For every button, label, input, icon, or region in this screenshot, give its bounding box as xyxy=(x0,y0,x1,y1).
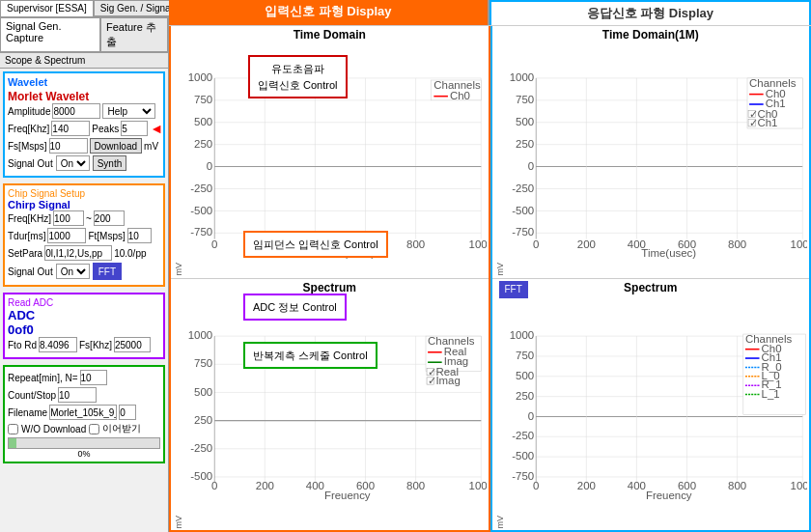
subtab-feature[interactable]: Feature 추출 xyxy=(100,17,168,52)
chirp-fft-button[interactable]: FFT xyxy=(93,263,122,280)
input-spectrum-inner: 1000 750 500 250 -250 -500 0 200 400 600 xyxy=(184,294,487,529)
chirp-setpara-label: SetPara xyxy=(8,248,42,259)
svg-text:-250: -250 xyxy=(512,430,534,441)
chirp-setpara-row: SetPara 10.0/pp xyxy=(8,245,160,261)
arrow-indicator: ◄ xyxy=(150,121,163,136)
filename-input[interactable] xyxy=(49,405,117,420)
response-spectrum-svg: 1000 750 500 250 0 -250 -500 -750 0 200 xyxy=(506,294,808,529)
svg-text:0: 0 xyxy=(527,409,533,421)
mv-label: mV xyxy=(144,141,158,152)
main-tab-row: Supervisor [ESSA] Sig Gen. / Signal Capt… xyxy=(0,0,168,17)
amplitude-row: Amplitude Help xyxy=(8,103,160,119)
callout-adc-control: ADC 정보 Control xyxy=(243,294,347,322)
response-spectrum-chart: FFT Spectrum mV xyxy=(492,279,810,531)
callout-impedance-control: 임피던스 입력신호 Control xyxy=(243,231,388,259)
svg-text:1000: 1000 xyxy=(790,238,807,250)
wavelet-type: Morlet Wavelet xyxy=(8,90,160,103)
progress-bar xyxy=(8,437,160,449)
fs-input[interactable] xyxy=(49,138,88,154)
tab-supervisor[interactable]: Supervisor [ESSA] xyxy=(0,0,94,16)
adc-fto-label: Fto Rd xyxy=(8,340,37,350)
freq-input[interactable] xyxy=(51,121,90,136)
fs-row: Fs[Msps] Download mV xyxy=(8,138,160,154)
repeat-input[interactable] xyxy=(80,370,107,385)
response-spectrum-inner: 1000 750 500 250 0 -250 -500 -750 0 200 xyxy=(506,294,808,529)
svg-text:-250: -250 xyxy=(190,441,212,453)
svg-text:500: 500 xyxy=(516,369,534,380)
chirp-freq-start[interactable] xyxy=(53,210,84,226)
synth-button[interactable]: Synth xyxy=(93,155,127,171)
input-spectrum-y-label: mV xyxy=(173,294,184,529)
chirp-fs-label: Ft[Msps] xyxy=(88,231,125,241)
svg-text:1000: 1000 xyxy=(509,71,533,83)
svg-text:L_1: L_1 xyxy=(761,387,779,399)
svg-text:800: 800 xyxy=(728,238,746,250)
svg-text:250: 250 xyxy=(516,138,534,150)
download-checkbox[interactable] xyxy=(8,424,18,434)
chirp-tdur-row: Tdur[ms] Ft[Msps] xyxy=(8,228,160,243)
peaks-input[interactable] xyxy=(121,121,148,136)
input-spectrum-svg: 1000 750 500 250 -250 -500 0 200 400 600 xyxy=(184,294,487,529)
svg-text:250: 250 xyxy=(194,413,212,425)
svg-text:1000: 1000 xyxy=(469,238,487,250)
subtab-signal-capture[interactable]: Signal Gen. Capture xyxy=(0,17,100,52)
response-time-domain-chart: Time Domain(1M) mV xyxy=(492,26,810,279)
svg-text:Time(usec): Time(usec) xyxy=(641,247,696,259)
amplitude-select[interactable]: Help xyxy=(102,103,155,119)
adc-fs-label: Fs[Khz] xyxy=(79,340,112,350)
signal-out-select[interactable]: On xyxy=(56,155,90,171)
svg-text:0: 0 xyxy=(211,480,217,491)
continue-checkbox[interactable] xyxy=(89,424,99,434)
chirp-section: Chip Signal Setup Chirp Signal Freq[KHz]… xyxy=(3,183,165,287)
adc-value: ADC xyxy=(8,308,160,322)
progress-text: 0% xyxy=(8,449,160,459)
chirp-freq-row: Freq[KHz] ~ xyxy=(8,210,160,226)
response-time-y-label: mV xyxy=(494,42,506,276)
peaks-label: Peaks xyxy=(92,124,119,134)
chirp-setpara-input[interactable] xyxy=(44,245,112,261)
svg-text:800: 800 xyxy=(728,480,746,491)
repeat-row: Repeat[min], N= xyxy=(8,370,160,385)
svg-text:500: 500 xyxy=(194,116,212,127)
chirp-signal-out-row: Signal Out On FFT xyxy=(8,263,160,280)
response-display-header: 응답신호 파형 Display xyxy=(489,0,812,25)
adc-title: Read ADC xyxy=(8,297,160,308)
svg-text:1000: 1000 xyxy=(188,329,212,341)
svg-text:Ch0: Ch0 xyxy=(450,90,470,101)
svg-text:0: 0 xyxy=(533,480,539,491)
svg-text:0: 0 xyxy=(527,160,533,172)
response-spectrum-y-label: mV xyxy=(494,294,506,529)
svg-text:1000: 1000 xyxy=(188,71,212,83)
svg-text:500: 500 xyxy=(194,385,212,397)
callout-input-control: 유도초음파 입력신호 Control xyxy=(248,55,348,98)
adc-fs-input[interactable] xyxy=(114,337,151,352)
chirp-tdur-input[interactable] xyxy=(47,228,86,243)
input-spectrum-title: Spectrum xyxy=(173,281,487,294)
download-checkbox-label: W/O Download xyxy=(21,424,86,434)
adc-fto-input[interactable] xyxy=(39,337,77,352)
subtab-scope[interactable]: Scope & Spectrum xyxy=(0,53,168,69)
count-input[interactable] xyxy=(58,387,97,403)
svg-text:-500: -500 xyxy=(190,470,212,482)
svg-text:1000: 1000 xyxy=(509,329,533,341)
chirp-freq-label: Freq[KHz] xyxy=(8,213,51,224)
svg-text:750: 750 xyxy=(516,94,534,105)
signal-out-label: Signal Out xyxy=(8,158,53,169)
chirp-fs-input[interactable] xyxy=(127,228,152,243)
response-spectrum-title: Spectrum xyxy=(624,281,677,294)
svg-text:750: 750 xyxy=(194,94,212,105)
chirp-signal-out-select[interactable]: On xyxy=(56,264,90,279)
amplitude-input[interactable] xyxy=(52,103,100,119)
svg-text:200: 200 xyxy=(256,480,274,491)
chirp-signal: Chirp Signal xyxy=(8,199,160,210)
adc-fto-row: Fto Rd Fs[Khz] xyxy=(8,337,160,352)
count-label: Count/Stop xyxy=(8,390,56,401)
svg-text:750: 750 xyxy=(516,350,534,361)
download-button[interactable]: Download xyxy=(90,138,142,154)
filename-num-input[interactable] xyxy=(119,405,136,420)
svg-text:-750: -750 xyxy=(512,226,534,238)
input-spectrum-chart: Spectrum mV xyxy=(171,279,489,531)
wavelet-section: Wavelet Morlet Wavelet Amplitude Help Fr… xyxy=(3,71,165,178)
chirp-freq-end[interactable] xyxy=(94,210,125,226)
freq-row: Freq[Khz] Peaks ◄ xyxy=(8,121,160,136)
